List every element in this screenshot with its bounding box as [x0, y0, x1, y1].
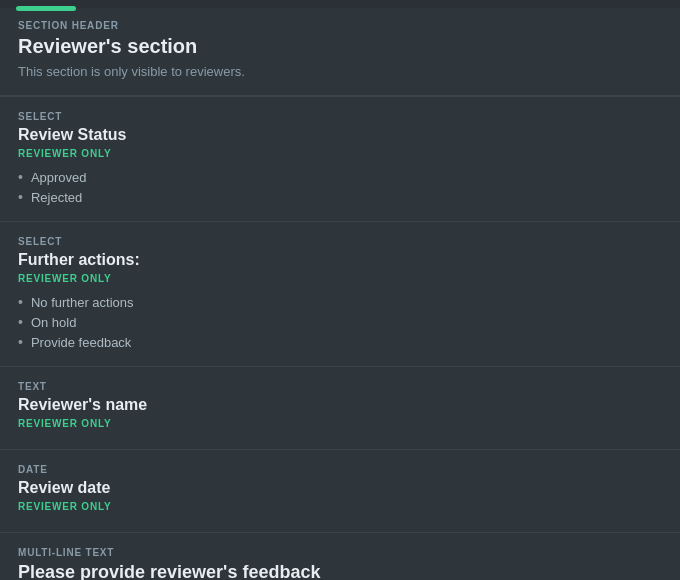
further-actions-badge: REVIEWER ONLY	[18, 273, 662, 284]
review-date-block: DATE Review date REVIEWER ONLY	[0, 450, 680, 533]
reviewers-name-block: TEXT Reviewer's name REVIEWER ONLY	[0, 367, 680, 450]
review-status-badge: REVIEWER ONLY	[18, 148, 662, 159]
reviewer-feedback-title: Please provide reviewer's feedback	[18, 562, 662, 580]
reviewer-feedback-block: MULTI-LINE TEXT Please provide reviewer'…	[0, 533, 680, 580]
further-actions-type-label: SELECT	[18, 236, 662, 247]
list-item: Approved	[18, 167, 662, 187]
reviewer-feedback-type-label: MULTI-LINE TEXT	[18, 547, 662, 558]
section-header-block: SECTION HEADER Reviewer's section This s…	[0, 8, 680, 96]
review-date-type-label: DATE	[18, 464, 662, 475]
section-header-description: This section is only visible to reviewer…	[18, 64, 662, 79]
list-item: Provide feedback	[18, 332, 662, 352]
list-item: Rejected	[18, 187, 662, 207]
reviewers-name-title: Reviewer's name	[18, 396, 662, 414]
review-date-badge: REVIEWER ONLY	[18, 501, 662, 512]
review-date-title: Review date	[18, 479, 662, 497]
top-bar	[0, 0, 680, 8]
review-status-options: Approved Rejected	[18, 167, 662, 207]
reviewers-name-type-label: TEXT	[18, 381, 662, 392]
further-actions-block: SELECT Further actions: REVIEWER ONLY No…	[0, 222, 680, 367]
list-item: On hold	[18, 312, 662, 332]
review-status-type-label: SELECT	[18, 111, 662, 122]
section-header-title: Reviewer's section	[18, 35, 662, 58]
review-status-block: SELECT Review Status REVIEWER ONLY Appro…	[0, 96, 680, 222]
section-header-type-label: SECTION HEADER	[18, 20, 662, 31]
list-item: No further actions	[18, 292, 662, 312]
further-actions-title: Further actions:	[18, 251, 662, 269]
page-container: SECTION HEADER Reviewer's section This s…	[0, 0, 680, 580]
reviewers-name-badge: REVIEWER ONLY	[18, 418, 662, 429]
top-indicator	[16, 6, 76, 11]
review-status-title: Review Status	[18, 126, 662, 144]
further-actions-options: No further actions On hold Provide feedb…	[18, 292, 662, 352]
